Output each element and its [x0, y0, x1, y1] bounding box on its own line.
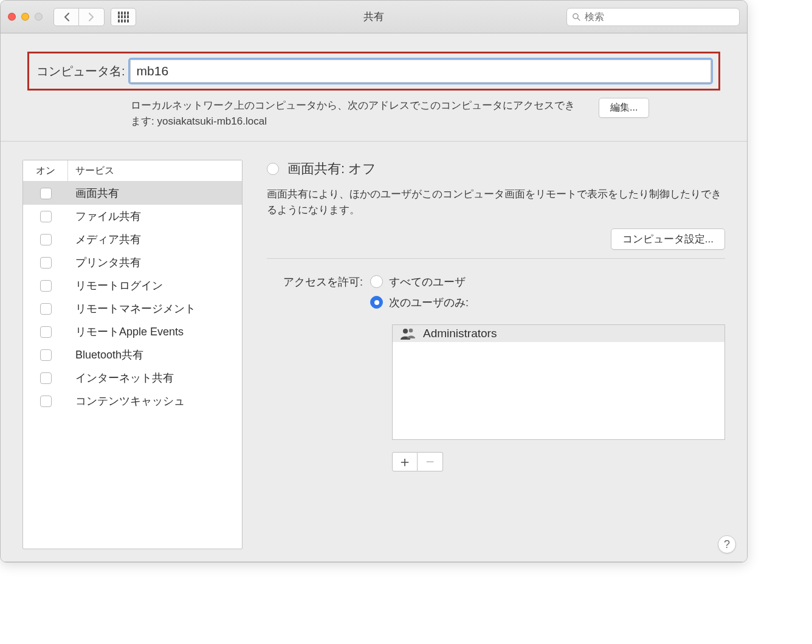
service-row[interactable]: リモートマネージメント — [23, 297, 242, 320]
grid-icon — [118, 12, 129, 22]
user-name: Administrators — [423, 327, 497, 340]
access-all-users-row[interactable]: すべてのユーザ — [370, 275, 725, 289]
service-row[interactable]: プリンタ共有 — [23, 251, 242, 274]
radio-all-users[interactable] — [370, 275, 383, 288]
service-enable-toggle[interactable] — [267, 163, 279, 175]
forward-button[interactable] — [79, 8, 105, 26]
divider — [267, 258, 725, 259]
service-label: ファイル共有 — [68, 209, 141, 224]
service-row[interactable]: コンテンツキャッシュ — [23, 389, 242, 413]
service-row[interactable]: ファイル共有 — [23, 205, 242, 228]
back-button[interactable] — [53, 8, 79, 26]
service-checkbox[interactable] — [40, 211, 52, 222]
svg-line-1 — [577, 18, 580, 20]
computer-name-label: コンピュータ名: — [36, 63, 125, 80]
close-window-button[interactable] — [8, 13, 16, 21]
access-row: アクセスを許可: すべてのユーザ 次のユーザのみ: Administrators — [267, 275, 725, 471]
services-header-service: サービス — [68, 165, 114, 177]
service-checkbox[interactable] — [40, 349, 52, 361]
computer-name-desc-row: ローカルネットワーク上のコンピュータから、次のアドレスでこのコンピュータにアクセ… — [131, 98, 720, 129]
edit-hostname-button[interactable]: 編集... — [599, 98, 649, 118]
access-only-users-row[interactable]: 次のユーザのみ: — [370, 295, 725, 310]
users-icon — [400, 327, 416, 340]
service-label: メディア共有 — [68, 232, 141, 247]
detail-header: 画面共有: オフ — [267, 160, 725, 178]
service-label: リモートマネージメント — [68, 301, 196, 316]
access-only-users-label: 次のユーザのみ: — [389, 295, 469, 310]
service-checkbox[interactable] — [40, 396, 52, 407]
service-row[interactable]: インターネット共有 — [23, 366, 242, 389]
add-user-button[interactable]: ＋ — [392, 452, 418, 471]
services-section: オン サービス 画面共有ファイル共有メディア共有プリンタ共有リモートログインリモ… — [1, 142, 747, 561]
computer-name-description: ローカルネットワーク上のコンピュータから、次のアドレスでこのコンピュータにアクセ… — [131, 98, 580, 129]
search-field-wrap[interactable] — [566, 8, 740, 26]
service-label: Bluetooth共有 — [68, 348, 143, 362]
services-header-on: オン — [23, 160, 68, 181]
svg-point-3 — [409, 328, 413, 332]
service-label: リモートApple Events — [68, 324, 184, 339]
service-checkbox[interactable] — [40, 303, 52, 315]
access-options: すべてのユーザ 次のユーザのみ: Administrators ＋ − — [370, 275, 725, 471]
search-icon — [572, 12, 581, 22]
footer-divider — [1, 561, 747, 562]
radio-only-users[interactable] — [370, 296, 383, 309]
service-label: プリンタ共有 — [68, 255, 141, 270]
user-list-buttons: ＋ − — [392, 452, 725, 471]
remove-user-button[interactable]: − — [418, 452, 443, 471]
service-row[interactable]: メディア共有 — [23, 228, 242, 251]
service-label: 画面共有 — [68, 186, 119, 200]
show-all-button[interactable] — [111, 8, 136, 26]
zoom-window-button[interactable] — [35, 13, 43, 21]
service-checkbox[interactable] — [40, 234, 52, 245]
access-label: アクセスを許可: — [267, 275, 370, 471]
service-checkbox[interactable] — [40, 372, 52, 384]
services-list: オン サービス 画面共有ファイル共有メディア共有プリンタ共有リモートログインリモ… — [22, 160, 243, 549]
detail-description: 画面共有により、ほかのユーザがこのコンピュータ画面をリモートで表示をしたり制御し… — [267, 187, 725, 219]
service-checkbox[interactable] — [40, 188, 52, 199]
help-button[interactable]: ? — [718, 535, 736, 553]
search-input[interactable] — [585, 12, 734, 22]
service-checkbox[interactable] — [40, 257, 52, 269]
nav-buttons — [53, 8, 105, 26]
services-header: オン サービス — [23, 160, 242, 182]
service-detail: 画面共有: オフ 画面共有により、ほかのユーザがこのコンピュータ画面をリモートで… — [243, 160, 725, 549]
service-label: コンテンツキャッシュ — [68, 394, 185, 408]
user-row[interactable]: Administrators — [393, 325, 724, 342]
computer-name-input[interactable] — [130, 60, 711, 83]
service-row[interactable]: 画面共有 — [23, 182, 242, 205]
service-checkbox[interactable] — [40, 280, 52, 292]
service-row[interactable]: Bluetooth共有 — [23, 343, 242, 366]
traffic-lights — [8, 13, 43, 21]
computer-name-section: コンピュータ名: ローカルネットワーク上のコンピュータから、次のアドレスでこのコ… — [1, 33, 747, 142]
computer-name-row: コンピュータ名: — [27, 52, 720, 91]
service-label: リモートログイン — [68, 278, 163, 293]
svg-point-2 — [403, 329, 408, 334]
service-checkbox[interactable] — [40, 326, 52, 338]
computer-settings-button[interactable]: コンピュータ設定... — [611, 228, 725, 250]
titlebar: 共有 — [1, 1, 747, 33]
service-row[interactable]: リモートApple Events — [23, 320, 242, 343]
user-list[interactable]: Administrators — [392, 324, 725, 440]
service-row[interactable]: リモートログイン — [23, 274, 242, 297]
minimize-window-button[interactable] — [21, 13, 29, 21]
sharing-preferences-window: 共有 コンピュータ名: ローカルネットワーク上のコンピュータから、次のアドレスで… — [0, 0, 748, 563]
detail-title: 画面共有: オフ — [287, 160, 376, 178]
service-label: インターネット共有 — [68, 371, 174, 385]
access-all-users-label: すべてのユーザ — [389, 275, 466, 289]
